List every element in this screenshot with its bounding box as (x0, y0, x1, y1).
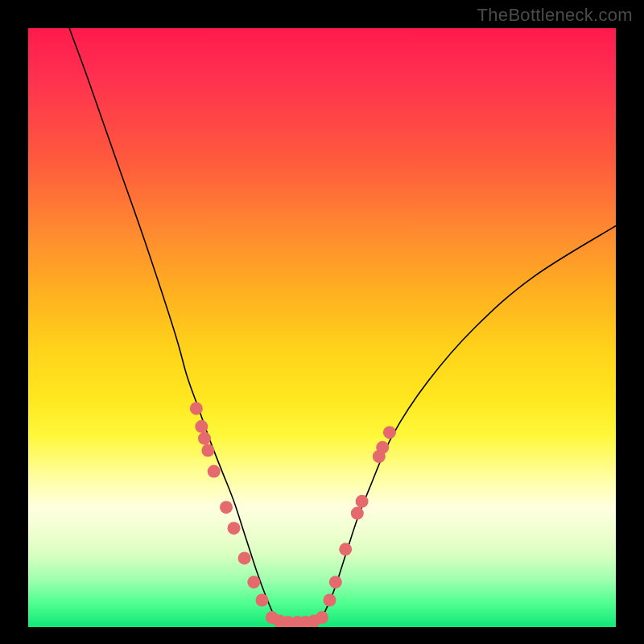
data-point (329, 576, 342, 588)
data-point (208, 465, 221, 478)
bottleneck-curve (69, 28, 616, 623)
data-point (247, 576, 260, 588)
data-point (201, 444, 214, 457)
data-point (356, 495, 369, 508)
watermark-text: TheBottleneck.com (477, 5, 633, 26)
data-point (228, 522, 241, 535)
data-point (324, 594, 336, 607)
chart-frame: TheBottleneck.com (0, 0, 644, 644)
data-point (238, 551, 251, 564)
data-point (383, 426, 396, 439)
data-point (195, 420, 208, 433)
data-point (198, 432, 211, 445)
data-point (376, 441, 389, 454)
data-point (351, 507, 364, 520)
data-point (220, 501, 233, 514)
data-markers (190, 402, 396, 627)
data-point (316, 611, 328, 624)
plot-area (28, 28, 616, 627)
curve-svg (28, 28, 616, 627)
data-point (256, 594, 269, 607)
data-point (190, 402, 203, 415)
data-point (339, 543, 352, 555)
